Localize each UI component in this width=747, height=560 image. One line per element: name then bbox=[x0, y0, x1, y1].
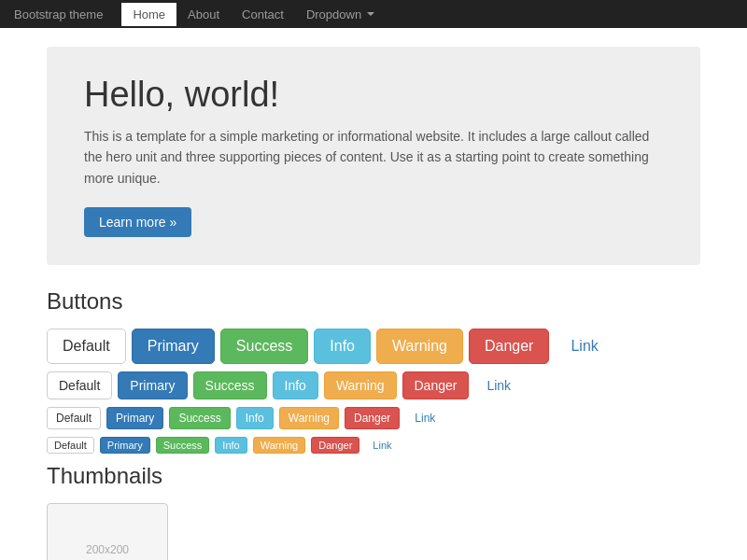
btn-warning-lg[interactable]: Warning bbox=[376, 329, 463, 364]
btn-success-sm[interactable]: Success bbox=[169, 407, 230, 429]
btn-success-lg[interactable]: Success bbox=[220, 329, 308, 364]
nav-items: Home About Contact Dropdown bbox=[121, 3, 386, 26]
buttons-section: Buttons Default Primary Success Info War… bbox=[47, 288, 700, 454]
button-row-md: Default Primary Success Info Warning Dan… bbox=[47, 371, 700, 399]
learn-more-button[interactable]: Learn more » bbox=[84, 207, 191, 237]
btn-primary-md[interactable]: Primary bbox=[118, 371, 187, 399]
navbar-brand[interactable]: Bootstrap theme bbox=[14, 7, 103, 21]
btn-danger-xs[interactable]: Danger bbox=[311, 437, 359, 454]
btn-info-lg[interactable]: Info bbox=[314, 329, 371, 364]
button-row-lg: Default Primary Success Info Warning Dan… bbox=[47, 329, 700, 364]
btn-info-xs[interactable]: Info bbox=[215, 437, 247, 454]
thumbnails-section-title: Thumbnails bbox=[47, 463, 700, 489]
btn-primary-lg[interactable]: Primary bbox=[132, 329, 215, 364]
btn-link-md[interactable]: Link bbox=[474, 371, 523, 399]
button-row-xs: Default Primary Success Info Warning Dan… bbox=[47, 437, 700, 454]
btn-default-sm[interactable]: Default bbox=[47, 407, 101, 429]
btn-warning-xs[interactable]: Warning bbox=[253, 437, 306, 454]
btn-primary-xs[interactable]: Primary bbox=[100, 437, 150, 454]
btn-info-md[interactable]: Info bbox=[273, 371, 318, 399]
buttons-section-title: Buttons bbox=[47, 288, 700, 315]
btn-default-md[interactable]: Default bbox=[47, 371, 112, 399]
btn-danger-md[interactable]: Danger bbox=[402, 371, 470, 399]
btn-warning-md[interactable]: Warning bbox=[324, 371, 397, 399]
button-row-sm: Default Primary Success Info Warning Dan… bbox=[47, 407, 700, 429]
thumbnail-placeholder: 200x200 bbox=[47, 503, 168, 560]
nav-item-dropdown[interactable]: Dropdown bbox=[295, 3, 386, 26]
btn-link-sm[interactable]: Link bbox=[405, 407, 444, 429]
main-content: Hello, world! This is a template for a s… bbox=[33, 28, 714, 560]
btn-warning-sm[interactable]: Warning bbox=[279, 407, 339, 429]
btn-default-lg[interactable]: Default bbox=[47, 329, 126, 364]
btn-link-lg[interactable]: Link bbox=[555, 329, 613, 364]
hero-title: Hello, world! bbox=[84, 75, 663, 115]
navbar: Bootstrap theme Home About Contact Dropd… bbox=[0, 0, 747, 28]
btn-success-xs[interactable]: Success bbox=[156, 437, 210, 454]
nav-item-home[interactable]: Home bbox=[121, 3, 176, 26]
btn-danger-lg[interactable]: Danger bbox=[469, 329, 549, 364]
btn-success-md[interactable]: Success bbox=[193, 371, 267, 399]
btn-info-sm[interactable]: Info bbox=[236, 407, 274, 429]
thumbnail-label: 200x200 bbox=[86, 543, 129, 556]
nav-item-about[interactable]: About bbox=[176, 3, 231, 26]
btn-default-xs[interactable]: Default bbox=[47, 437, 94, 454]
btn-danger-sm[interactable]: Danger bbox=[345, 407, 400, 429]
btn-primary-sm[interactable]: Primary bbox=[106, 407, 163, 429]
btn-link-xs[interactable]: Link bbox=[365, 437, 399, 454]
nav-item-contact[interactable]: Contact bbox=[231, 3, 295, 26]
thumbnails-section: Thumbnails 200x200 bbox=[47, 463, 700, 560]
dropdown-caret-icon bbox=[367, 12, 374, 16]
hero-description: This is a template for a simple marketin… bbox=[84, 126, 663, 189]
hero-section: Hello, world! This is a template for a s… bbox=[47, 47, 700, 265]
